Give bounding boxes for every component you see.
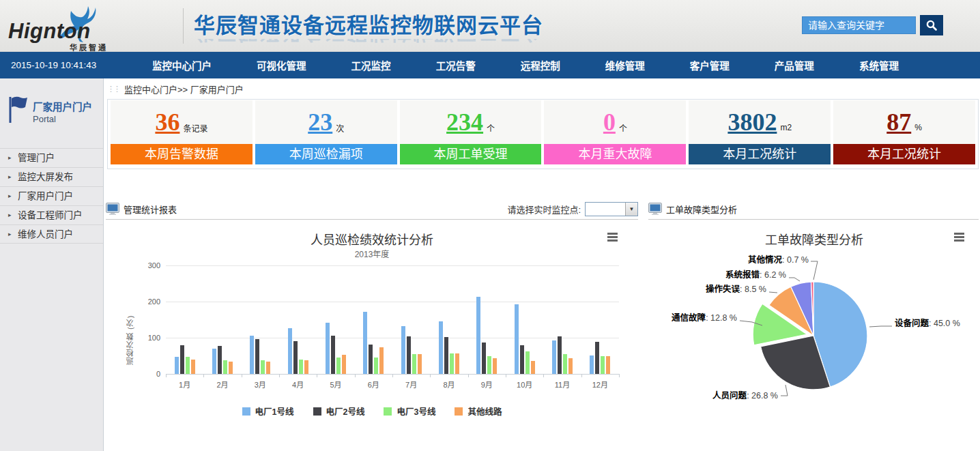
bar-1-month-11[interactable] [552,340,556,374]
bar-2-month-2[interactable] [218,346,222,374]
stat-value-area: 234个 [400,100,542,144]
monitor-select-label: 请选择实时监控点: [507,203,581,216]
arrow-right-icon: ▸ [8,149,12,167]
bar-4-month-4[interactable] [304,360,308,374]
nav-item-9[interactable]: 系统管理 [859,58,899,72]
sidebar-item-1[interactable]: ▸管理门户 [0,148,103,167]
legend-swatch [313,407,321,416]
bar-1-month-6[interactable] [363,312,367,374]
bar-3-month-2[interactable] [223,360,227,374]
stat-label-bar: 本月重大故障 [544,144,686,164]
monitor-select-value [586,203,625,216]
legend-item-2[interactable]: 电厂2号线 [313,405,365,418]
bar-2-month-6[interactable] [369,345,373,374]
bar-2-month-4[interactable] [293,341,298,374]
bar-4-month-6[interactable] [379,347,384,374]
bar-4-month-9[interactable] [493,358,497,374]
bar-1-month-1[interactable] [175,357,179,374]
stat-value-area: 23次 [255,100,397,144]
x-axis-category-label: 10月 [506,379,543,390]
bar-2-month-10[interactable] [520,345,524,374]
bar-4-month-3[interactable] [266,362,270,374]
nav-item-4[interactable]: 工况告警 [436,58,476,72]
bar-4-month-1[interactable] [191,360,195,374]
nav-item-5[interactable]: 远程控制 [521,58,560,72]
bar-3-month-11[interactable] [563,354,567,374]
bar-4-month-8[interactable] [455,353,459,374]
search-button[interactable] [920,15,943,35]
bar-1-month-8[interactable] [439,321,443,374]
stat-card-5: 3802m2本月工况统计 [689,100,831,164]
bar-3-month-3[interactable] [261,360,265,374]
bar-1-month-4[interactable] [288,328,292,374]
stat-value-link[interactable]: 234 [446,108,483,136]
gridline [166,338,619,338]
x-axis-tick [468,374,469,377]
bar-2-month-8[interactable] [444,337,448,374]
bar-1-month-10[interactable] [515,304,519,374]
x-axis-category-label: 8月 [430,379,467,390]
bar-2-month-9[interactable] [482,343,486,374]
x-axis-tick [279,374,280,377]
nav-item-7[interactable]: 客户管理 [690,58,730,72]
sidebar-item-3[interactable]: ▸厂家用户门户 [0,186,103,205]
legend-item-1[interactable]: 电厂1号线 [242,405,294,418]
bar-plot: 01002003001月2月3月4月5月6月7月8月9月10月11月12月 [166,265,619,374]
bar-3-month-8[interactable] [450,353,454,374]
bar-3-month-1[interactable] [186,357,190,374]
stat-value-link[interactable]: 3802 [727,108,777,136]
bar-2-month-12[interactable] [595,342,599,374]
stat-value-link[interactable]: 23 [308,108,332,136]
bar-2-month-3[interactable] [255,339,259,374]
legend-item-3[interactable]: 电厂3号线 [384,405,435,418]
bar-4-month-10[interactable] [531,361,535,374]
bar-1-month-3[interactable] [250,336,254,374]
bar-4-month-2[interactable] [229,362,233,374]
bar-2-month-1[interactable] [180,345,184,374]
monitor-select-dropdown[interactable]: ▼ [585,202,638,216]
chevron-down-icon[interactable]: ▼ [625,203,637,216]
legend-label: 电厂2号线 [326,405,365,418]
bar-1-month-5[interactable] [326,323,330,374]
legend-item-4[interactable]: 其他线路 [455,405,502,418]
nav-item-6[interactable]: 维修管理 [605,58,645,72]
bar-4-month-12[interactable] [606,356,610,375]
sidebar-item-label: 监控大屏发布 [18,172,73,182]
pie-chart: 设备问题: 45.0 %人员问题: 26.8 %通信故障: 12.8 %操作失误… [648,215,980,444]
bar-2-month-11[interactable] [558,336,562,374]
sidebar-item-2[interactable]: ▸监控大屏发布 [0,167,103,186]
bar-3-month-10[interactable] [525,351,530,374]
bar-4-month-5[interactable] [342,355,346,374]
stat-unit: 个 [619,122,627,134]
nav-item-8[interactable]: 产品管理 [775,58,814,72]
arrow-right-icon: ▸ [8,225,12,244]
legend-swatch [455,407,463,416]
pie-label-connector [769,292,777,293]
bar-3-month-7[interactable] [412,354,416,374]
sidebar-item-4[interactable]: ▸设备工程师门户 [0,205,103,224]
nav-item-2[interactable]: 可视化管理 [257,58,306,72]
bar-1-month-9[interactable] [476,297,480,374]
bar-2-month-7[interactable] [407,336,411,374]
legend-swatch [384,407,392,416]
nav-item-1[interactable]: 监控中心门户 [152,58,212,72]
bar-3-month-5[interactable] [336,358,341,374]
search-input[interactable] [802,16,916,34]
stat-value-link[interactable]: 87 [887,108,911,136]
bar-3-month-9[interactable] [487,356,491,375]
bar-4-month-7[interactable] [418,354,422,374]
bar-3-month-6[interactable] [374,358,378,374]
report-panel-header: 管理统计报表 请选择实时监控点: ▼ [106,199,638,220]
bar-3-month-12[interactable] [601,356,605,375]
bar-chart-menu-icon[interactable] [607,233,618,242]
bar-4-month-11[interactable] [568,358,573,374]
bar-1-month-12[interactable] [590,355,594,374]
bar-1-month-2[interactable] [212,349,216,374]
sidebar-item-5[interactable]: ▸维修人员门户 [0,224,103,244]
bar-2-month-5[interactable] [331,336,335,374]
bar-3-month-4[interactable] [299,360,303,374]
bar-1-month-7[interactable] [401,326,405,374]
nav-item-3[interactable]: 工况监控 [351,58,391,72]
stat-value-link[interactable]: 36 [155,108,179,136]
stat-value-link[interactable]: 0 [603,108,616,136]
